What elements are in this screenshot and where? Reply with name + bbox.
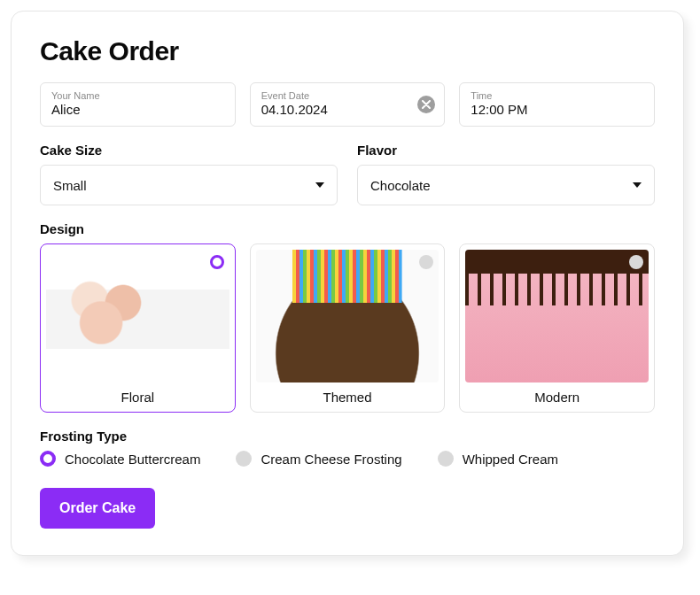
name-field[interactable]: Your Name Alice [40, 82, 236, 127]
frosting-option-label: Whipped Cream [463, 452, 558, 467]
cake-image-floral [46, 250, 229, 382]
frosting-label: Frosting Type [40, 429, 655, 444]
radio-icon [629, 255, 643, 269]
chevron-down-icon [315, 182, 324, 188]
radio-icon [210, 255, 224, 269]
page-title: Cake Order [40, 36, 655, 66]
order-form-card: Cake Order Your Name Alice Event Date 04… [11, 11, 684, 556]
design-card-floral[interactable]: Floral [40, 243, 236, 413]
name-label: Your Name [51, 90, 224, 101]
date-field[interactable]: Event Date 04.10.2024 [250, 82, 446, 127]
frosting-option-chocolate[interactable]: Chocolate Buttercream [40, 451, 200, 467]
size-select[interactable]: Small [40, 165, 338, 205]
design-caption: Modern [465, 382, 649, 410]
radio-icon [236, 451, 252, 467]
time-field[interactable]: Time 12:00 PM [459, 82, 655, 127]
cake-image-modern [465, 250, 649, 382]
time-value: 12:00 PM [471, 102, 643, 117]
design-caption: Themed [256, 382, 439, 410]
design-card-modern[interactable]: Modern [459, 243, 655, 413]
name-value: Alice [51, 102, 224, 117]
design-options: Floral Themed Modern [40, 243, 655, 413]
design-card-themed[interactable]: Themed [250, 243, 446, 413]
flavor-col: Flavor Chocolate [357, 143, 655, 205]
frosting-option-creamcheese[interactable]: Cream Cheese Frosting [236, 451, 401, 467]
size-label: Cake Size [40, 143, 338, 158]
size-flavor-row: Cake Size Small Flavor Chocolate [40, 143, 655, 205]
frosting-option-label: Chocolate Buttercream [65, 452, 200, 467]
frosting-option-whipped[interactable]: Whipped Cream [438, 451, 558, 467]
clear-date-button[interactable] [417, 96, 435, 113]
basic-info-row: Your Name Alice Event Date 04.10.2024 Ti… [40, 82, 655, 127]
flavor-label: Flavor [357, 143, 655, 158]
design-caption: Floral [46, 382, 229, 410]
radio-icon [438, 451, 454, 467]
cake-image-themed [256, 250, 439, 382]
flavor-select[interactable]: Chocolate [357, 165, 655, 205]
design-label: Design [40, 221, 655, 236]
flavor-value: Chocolate [370, 178, 431, 193]
chevron-down-icon [633, 182, 642, 188]
size-value: Small [53, 178, 87, 193]
time-label: Time [471, 90, 643, 101]
date-value: 04.10.2024 [261, 102, 434, 117]
close-icon [422, 100, 431, 109]
submit-button[interactable]: Order Cake [40, 488, 155, 529]
frosting-option-label: Cream Cheese Frosting [261, 452, 401, 467]
radio-icon [40, 451, 56, 467]
size-col: Cake Size Small [40, 143, 338, 205]
frosting-options: Chocolate Buttercream Cream Cheese Frost… [40, 451, 655, 467]
date-label: Event Date [261, 90, 434, 101]
